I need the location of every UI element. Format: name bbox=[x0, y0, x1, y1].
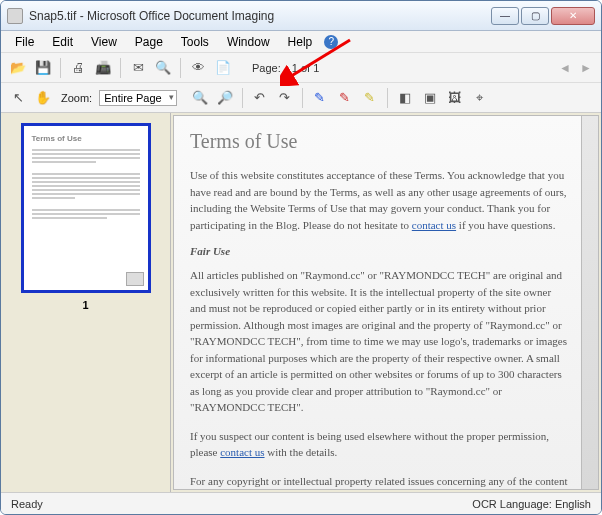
zoom-select[interactable]: Entire Page bbox=[99, 90, 176, 106]
zoom-in-icon[interactable]: 🔍 bbox=[189, 87, 211, 109]
status-left: Ready bbox=[11, 498, 43, 510]
window-title: Snap5.tif - Microsoft Office Document Im… bbox=[29, 9, 491, 23]
print-icon[interactable]: 🖨 bbox=[67, 57, 89, 79]
titlebar: Snap5.tif - Microsoft Office Document Im… bbox=[1, 1, 601, 31]
hand-icon[interactable]: ✋ bbox=[32, 87, 54, 109]
doc-subheading: Fair Use bbox=[190, 245, 582, 257]
contact-link[interactable]: contact us bbox=[412, 219, 456, 231]
eraser-icon[interactable]: ◧ bbox=[394, 87, 416, 109]
zoom-value: Entire Page bbox=[104, 92, 161, 104]
menu-view[interactable]: View bbox=[83, 33, 125, 51]
save-icon[interactable]: 💾 bbox=[32, 57, 54, 79]
next-page-icon[interactable]: ► bbox=[577, 59, 595, 77]
help-icon[interactable]: ? bbox=[324, 35, 338, 49]
thumbnail-pane: Terms of Use 1 bbox=[1, 113, 171, 492]
rotate-left-icon[interactable]: ↶ bbox=[249, 87, 271, 109]
zoom-label: Zoom: bbox=[61, 92, 92, 104]
close-button[interactable]: ✕ bbox=[551, 7, 595, 25]
select-image-icon[interactable]: ▣ bbox=[419, 87, 441, 109]
menu-file[interactable]: File bbox=[7, 33, 42, 51]
zoom-out-icon[interactable]: 🔎 bbox=[214, 87, 236, 109]
app-icon bbox=[7, 8, 23, 24]
contact-link[interactable]: contact us bbox=[220, 446, 264, 458]
maximize-button[interactable]: ▢ bbox=[521, 7, 549, 25]
statusbar: Ready OCR Language: English bbox=[1, 492, 601, 514]
highlighter-icon[interactable]: ✎ bbox=[359, 87, 381, 109]
status-right: OCR Language: English bbox=[472, 498, 591, 510]
insert-image-icon[interactable]: 🖼 bbox=[444, 87, 466, 109]
page-thumbnail[interactable]: Terms of Use bbox=[21, 123, 151, 293]
document-pane[interactable]: Terms of Use Use of this website constit… bbox=[173, 115, 599, 490]
page-label: Page: bbox=[252, 62, 281, 74]
app-window: Snap5.tif - Microsoft Office Document Im… bbox=[0, 0, 602, 515]
doc-paragraph: All articles published on "Raymond.cc" o… bbox=[190, 267, 582, 416]
menu-page[interactable]: Page bbox=[127, 33, 171, 51]
pointer-icon[interactable]: ↖ bbox=[7, 87, 29, 109]
thumb-doc-title: Terms of Use bbox=[32, 134, 140, 143]
pen-blue-icon[interactable]: ✎ bbox=[309, 87, 331, 109]
doc-paragraph: For any copyright or intellectual proper… bbox=[190, 473, 582, 491]
menu-edit[interactable]: Edit bbox=[44, 33, 81, 51]
toolbar-main: 📂 💾 🖨 📠 ✉ 🔍 👁 📄 Page: 1 of 1 ◄ ► bbox=[1, 53, 601, 83]
prev-page-icon[interactable]: ◄ bbox=[556, 59, 574, 77]
doc-heading: Terms of Use bbox=[190, 130, 582, 153]
page-value: 1 of 1 bbox=[292, 62, 320, 74]
pen-red-icon[interactable]: ✎ bbox=[334, 87, 356, 109]
minimize-button[interactable]: — bbox=[491, 7, 519, 25]
menu-window[interactable]: Window bbox=[219, 33, 278, 51]
doc-paragraph: Use of this website constitutes acceptan… bbox=[190, 167, 582, 233]
rotate-right-icon[interactable]: ↷ bbox=[274, 87, 296, 109]
thumbnail-number: 1 bbox=[82, 299, 88, 311]
send-word-icon[interactable]: 📄 bbox=[212, 57, 234, 79]
open-icon[interactable]: 📂 bbox=[7, 57, 29, 79]
doc-paragraph: If you suspect our content is being used… bbox=[190, 428, 582, 461]
find-icon[interactable]: 🔍 bbox=[152, 57, 174, 79]
scan-icon[interactable]: 📠 bbox=[92, 57, 114, 79]
menu-help[interactable]: Help bbox=[280, 33, 321, 51]
thumb-corner-icon bbox=[126, 272, 144, 286]
text-select-icon[interactable]: ⌖ bbox=[469, 87, 491, 109]
menubar: File Edit View Page Tools Window Help ? bbox=[1, 31, 601, 53]
ocr-icon[interactable]: 👁 bbox=[187, 57, 209, 79]
content-area: Terms of Use 1 Terms of Use Use of this … bbox=[1, 113, 601, 492]
menu-tools[interactable]: Tools bbox=[173, 33, 217, 51]
mail-icon[interactable]: ✉ bbox=[127, 57, 149, 79]
toolbar-view: ↖ ✋ Zoom: Entire Page 🔍 🔎 ↶ ↷ ✎ ✎ ✎ ◧ ▣ … bbox=[1, 83, 601, 113]
